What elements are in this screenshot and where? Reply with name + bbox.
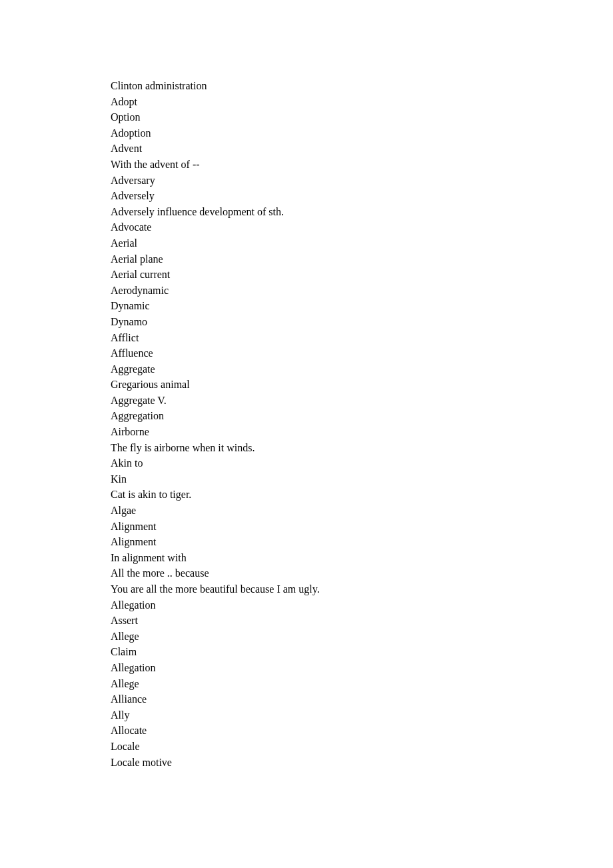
list-item: With the advent of -- (111, 157, 560, 173)
list-item: Allegation (111, 597, 560, 613)
list-item: Aggregate (111, 361, 560, 377)
list-item: Adopt (111, 94, 560, 110)
list-item: Allocate (111, 723, 560, 739)
word-list: Clinton administrationAdoptOptionAdoptio… (111, 78, 560, 770)
list-item: Dynamo (111, 314, 560, 330)
list-item: Locale (111, 739, 560, 755)
list-item: Allege (111, 629, 560, 645)
list-item: Dynamic (111, 298, 560, 314)
list-item: Assert (111, 613, 560, 629)
list-item: Allegation (111, 660, 560, 676)
list-item: Locale motive (111, 755, 560, 771)
list-item: Afflict (111, 330, 560, 346)
list-item: Algae (111, 503, 560, 519)
list-item: Airborne (111, 424, 560, 440)
list-item: Adversary (111, 173, 560, 189)
list-item: Aggregate V. (111, 393, 560, 409)
list-item: Advocate (111, 219, 560, 235)
list-item: Adversely influence development of sth. (111, 204, 560, 220)
list-item: Aerial (111, 235, 560, 251)
list-item: Akin to (111, 455, 560, 471)
list-item: Adoption (111, 125, 560, 141)
list-item: Aerial current (111, 267, 560, 283)
list-item: Aggregation (111, 408, 560, 424)
list-item: Option (111, 109, 560, 125)
list-item: Alignment (111, 519, 560, 535)
list-item: Alliance (111, 691, 560, 707)
list-item: You are all the more beautiful because I… (111, 581, 560, 597)
list-item: Aerial plane (111, 251, 560, 267)
list-item: Alignment (111, 534, 560, 550)
list-item: The fly is airborne when it winds. (111, 440, 560, 456)
list-item: Cat is akin to tiger. (111, 487, 560, 503)
list-item: Allege (111, 676, 560, 692)
list-item: All the more .. because (111, 565, 560, 581)
list-item: Advent (111, 141, 560, 157)
list-item: Gregarious animal (111, 377, 560, 393)
list-item: Ally (111, 707, 560, 723)
list-item: Affluence (111, 345, 560, 361)
list-item: Claim (111, 644, 560, 660)
document-page: Clinton administrationAdoptOptionAdoptio… (0, 0, 613, 770)
list-item: Adversely (111, 188, 560, 204)
list-item: Aerodynamic (111, 283, 560, 299)
list-item: Clinton administration (111, 78, 560, 94)
list-item: In alignment with (111, 550, 560, 566)
list-item: Kin (111, 471, 560, 487)
